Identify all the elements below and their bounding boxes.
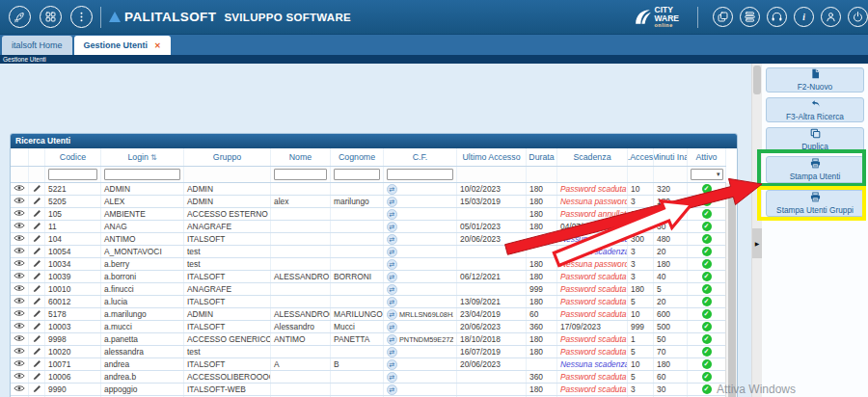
cf-badge-icon[interactable]: ⇄	[387, 234, 397, 245]
table-row[interactable]: 104ANTIMOITALSOFT⇄20/06/2023Nessuna scad…	[11, 233, 726, 246]
table-row[interactable]: 5221ADMINADMIN⇄10/02/2023180Password sca…	[11, 183, 726, 196]
cf-badge-icon[interactable]: ⇄	[387, 272, 397, 282]
filter-codice-input[interactable]	[48, 169, 97, 180]
column-header-minuti-ina[interactable]: Minuti Ina	[654, 148, 688, 166]
edit-row-button[interactable]	[33, 372, 41, 383]
column-header-attivo[interactable]: Attivo	[688, 148, 726, 166]
stack-button[interactable]	[740, 7, 760, 27]
user-button[interactable]	[821, 7, 841, 27]
view-row-button[interactable]	[14, 209, 25, 219]
edit-row-button[interactable]	[33, 222, 41, 232]
f2-nuovo-button[interactable]: F2-Nuovo	[766, 67, 864, 93]
edit-row-button[interactable]	[33, 209, 41, 220]
table-row[interactable]: 10054A_MONTAVOCItest⇄Nessuna scadenza320…	[11, 246, 726, 258]
column-header-cognome[interactable]: Cognome	[331, 148, 384, 166]
column-header-scadenza[interactable]: Scadenza	[557, 148, 628, 166]
table-row[interactable]: 11ANAGANAGRAFE⇄05/01/202318004/07/202320…	[11, 221, 726, 233]
edit-row-button[interactable]	[33, 309, 41, 320]
cf-badge-icon[interactable]: ⇄	[387, 184, 397, 195]
column-header-c-f-[interactable]: C.F.	[384, 148, 457, 166]
table-row[interactable]: 10003a.mucciITALSOFTAlessandroMucci⇄20/0…	[11, 321, 726, 333]
table-row[interactable]: 10020alessandratest⇄16/07/2019180Passwor…	[11, 346, 726, 358]
stampa-utenti-gruppi-button[interactable]: Stampa Utenti Gruppi	[766, 190, 864, 217]
cf-badge-icon[interactable]: ⇄	[387, 347, 397, 357]
view-row-button[interactable]	[14, 284, 25, 294]
column-header-nome[interactable]: Nome	[271, 148, 331, 166]
edit-row-button[interactable]	[33, 197, 41, 207]
cf-badge-icon[interactable]: ⇄	[387, 334, 397, 345]
cf-badge-icon[interactable]: ⇄	[387, 309, 397, 320]
more-button[interactable]	[70, 6, 93, 28]
table-row[interactable]: 10039a.borroniITALSOFTALESSANDROBORRONI⇄…	[11, 271, 726, 283]
cf-badge-icon[interactable]: ⇄	[387, 209, 397, 220]
view-row-button[interactable]	[14, 222, 25, 231]
table-row[interactable]: 10071andreaITALSOFTAB⇄20/06/2023Nessuna …	[11, 358, 726, 371]
view-row-button[interactable]	[14, 234, 25, 244]
column-header-durata[interactable]: Durata	[527, 148, 557, 166]
edit-row-button[interactable]	[33, 334, 41, 345]
view-row-button[interactable]	[14, 197, 25, 206]
column-header-ultimo-accesso[interactable]: Ultimo Accesso	[457, 148, 527, 166]
cf-badge-icon[interactable]: ⇄	[387, 197, 397, 207]
info-button[interactable]: i	[794, 7, 814, 27]
table-row[interactable]: 5205ALEXADMINalexmarilungo⇄15/03/2019180…	[11, 196, 726, 208]
cf-badge-icon[interactable]: ⇄	[387, 372, 397, 383]
stampa-utenti-button[interactable]: Stampa Utenti	[766, 156, 864, 183]
cf-badge-icon[interactable]: ⇄	[387, 222, 397, 232]
f3-altra-ricerca-button[interactable]: F3-Altra Ricerca	[766, 97, 864, 122]
column-header-codice[interactable]: Codice	[45, 148, 101, 166]
table-row[interactable]: 9990appoggioITALSOFT-WEB⇄180Password sca…	[11, 384, 726, 396]
power-button[interactable]	[848, 7, 868, 27]
edit-row-button[interactable]	[33, 384, 41, 395]
filter-cf-input[interactable]	[387, 169, 453, 180]
edit-row-button[interactable]	[33, 359, 41, 370]
column-header-n-accessi[interactable]: N.Accessi	[628, 148, 654, 166]
edit-row-button[interactable]	[33, 297, 41, 307]
table-row[interactable]: 10034a.berrytest⇄180Nessuna password3180…	[11, 258, 726, 271]
table-row[interactable]: 60012a.luciaITALSOFT⇄13/09/2021180Passwo…	[11, 296, 726, 308]
cf-badge-icon[interactable]: ⇄	[387, 359, 397, 370]
table-row[interactable]: 9998a.panettaACCESSO GENERICOANTIMOPANET…	[11, 333, 726, 346]
cf-badge-icon[interactable]: ⇄	[387, 322, 397, 332]
collapse-handle[interactable]: ▶	[752, 228, 762, 258]
table-row[interactable]: 10006andrea.bACCESSOLIBEROOOO⇄360Passwor…	[11, 371, 726, 384]
tab-close-icon[interactable]: ✕	[154, 41, 161, 50]
filter-login-input[interactable]	[104, 169, 180, 180]
edit-row-button[interactable]	[33, 184, 41, 195]
duplica-button[interactable]: Duplica	[766, 127, 864, 152]
view-row-button[interactable]	[14, 359, 25, 369]
view-row-button[interactable]	[14, 384, 25, 394]
table-row[interactable]: 105AMBIENTEACCESSO ESTERNO CITTAI⇄180Pas…	[11, 208, 726, 221]
cf-badge-icon[interactable]: ⇄	[387, 247, 397, 257]
rocket-button[interactable]	[9, 6, 31, 28]
windows-button[interactable]	[713, 7, 733, 27]
apps-grid-button[interactable]	[40, 6, 62, 28]
view-row-button[interactable]	[14, 334, 25, 344]
filter-nome-input[interactable]	[274, 169, 327, 180]
view-row-button[interactable]	[14, 247, 25, 256]
cf-badge-icon[interactable]: ⇄	[387, 259, 397, 270]
attivo-filter-select[interactable]: ▾	[691, 169, 723, 180]
edit-row-button[interactable]	[33, 284, 41, 295]
edit-row-button[interactable]	[33, 272, 41, 282]
cf-badge-icon[interactable]: ⇄	[387, 297, 397, 307]
view-row-button[interactable]	[14, 184, 25, 194]
view-row-button[interactable]	[14, 372, 25, 382]
divider-scroll-thumb[interactable]	[753, 66, 761, 94]
edit-row-button[interactable]	[33, 347, 41, 357]
table-row[interactable]: 10010a.finucciANAGRAFE⇄999Password scadu…	[11, 283, 726, 296]
column-header-gruppo[interactable]: Gruppo	[184, 148, 271, 166]
view-row-button[interactable]	[14, 272, 25, 281]
edit-row-button[interactable]	[33, 234, 41, 245]
view-row-button[interactable]	[14, 322, 25, 331]
table-row[interactable]: 5178a.marilungoADMINALESSANDROOMARILUNGO…	[11, 308, 726, 321]
headset-button[interactable]	[767, 7, 787, 27]
view-row-button[interactable]	[14, 259, 25, 269]
cf-badge-icon[interactable]: ⇄	[387, 384, 397, 395]
view-row-button[interactable]	[14, 309, 25, 319]
vertical-scroll-thumb[interactable]	[728, 194, 736, 397]
scroll-up-icon[interactable]: ▲	[726, 184, 737, 190]
view-row-button[interactable]	[14, 297, 25, 306]
tab-gestione-utenti[interactable]: Gestione Utenti ✕	[74, 36, 171, 55]
tab-italsoft-home[interactable]: italsoft Home	[2, 36, 72, 55]
